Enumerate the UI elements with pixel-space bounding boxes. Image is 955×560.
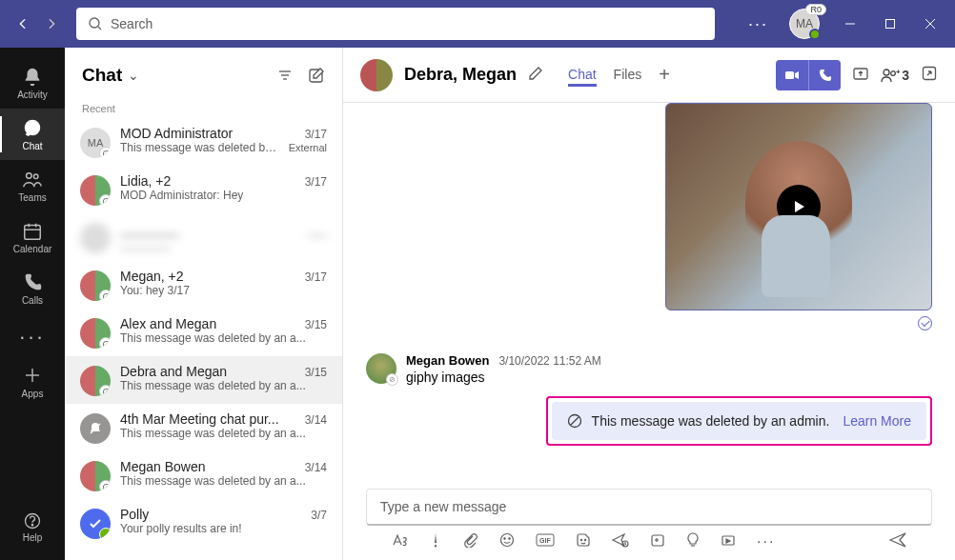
schedule-send-button[interactable] [612,532,629,551]
chat-item-preview: This message was deleted by an a... [120,427,306,440]
rail-chat[interactable]: Chat [0,109,65,160]
svg-point-25 [891,70,896,75]
rail-calendar[interactable]: Calendar [0,211,65,263]
chat-item-preview: This message was deleted by an a... [120,474,306,488]
title-bar: ··· MA R0 [0,0,955,48]
search-input[interactable] [111,16,703,31]
chat-item-avatar [80,413,111,444]
rail-teams[interactable]: Teams [0,160,65,211]
back-button[interactable] [10,10,36,37]
compose-more[interactable]: ··· [757,533,775,550]
play-icon [777,185,821,229]
chat-list-item[interactable]: ⊘Debra and Megan3/15This message was del… [65,356,342,404]
chat-item-name: Polly [120,507,149,522]
chat-item-avatar: ⊘ [80,318,111,349]
status-mini-icon: ⊘ [386,373,398,386]
audio-call-button[interactable] [808,60,841,90]
app-rail: Activity Chat Teams Calendar Calls ··· A… [0,48,65,560]
chat-item-time: 3/17 [305,128,327,141]
tab-files[interactable]: Files [614,67,642,84]
rail-add-app[interactable] [21,364,44,387]
sticker-button[interactable] [576,532,591,551]
svg-rect-9 [25,225,41,239]
compose-toolbar: GIF ··· [366,526,932,554]
close-button[interactable] [913,7,947,41]
apps-button[interactable] [650,532,665,551]
forward-button[interactable] [38,10,65,37]
edit-title-button[interactable] [528,66,543,84]
rail-help[interactable]: Help [0,501,65,552]
search-box[interactable] [76,8,715,40]
chat-item-time: 3/17 [305,270,327,284]
presence-icon [809,29,821,40]
seen-indicator-icon [918,316,932,330]
rail-calls[interactable]: Calls [0,263,65,314]
add-tab-button[interactable]: + [659,64,670,86]
teams-icon [22,170,43,190]
format-button[interactable] [391,532,408,551]
chat-list-item[interactable]: ⊘Alex and Megan3/15This message was dele… [65,309,342,356]
history-nav [10,10,65,37]
chat-item-time: 3/17 [305,175,327,189]
gif-button[interactable]: GIF [536,532,555,551]
rail-more[interactable]: ··· [19,318,45,356]
deleted-message-notice: This message was deleted by an admin. Le… [552,402,926,440]
message-sender: Megan Bowen [406,353,489,368]
chat-item-preview: You: hey 3/17 [120,284,190,297]
me-avatar[interactable]: MA R0 [789,9,820,39]
chat-item-preview: This message was deleted by an a... [120,379,306,392]
chat-list-item[interactable]: Polly3/7Your polly results are in! [65,499,342,547]
open-app-button[interactable] [921,65,938,86]
chevron-down-icon[interactable]: ⌄ [128,68,139,83]
priority-button[interactable] [429,532,442,551]
rail-label: Chat [22,141,42,151]
svg-point-8 [33,174,38,179]
svg-point-24 [884,70,889,75]
svg-point-7 [27,172,31,178]
conversation-tabs: Chat Files + [568,64,670,87]
minimize-button[interactable] [833,7,867,41]
deleted-text: This message was deleted by an admin. [592,413,830,429]
compose-input[interactable]: Type a new message [366,489,932,526]
rail-activity[interactable]: Activity [0,57,65,109]
svg-point-36 [584,539,585,540]
share-screen-button[interactable] [852,65,869,86]
chat-item-tag: External [289,142,327,153]
chat-list-item[interactable]: ⊘Megan Bowen3/14This message was deleted… [65,451,342,499]
section-recent: Recent [65,103,342,118]
filter-button[interactable] [277,67,293,84]
help-icon [23,511,42,530]
chat-list-pane: Chat ⌄ Recent MA⊘MOD Administrator3/17Th… [65,48,343,560]
calendar-icon [22,221,43,242]
chat-list-header: Chat ⌄ [65,48,342,103]
chat-item-name: Megan Bowen [120,459,206,474]
participants-button[interactable]: + 3 [881,68,909,83]
chat-list-item[interactable]: ⊘Lidia, +23/17MOD Administrator: Hey [65,166,342,213]
tab-chat[interactable]: Chat [568,64,597,87]
svg-point-0 [90,18,99,28]
chat-item-avatar: ⊘ [80,461,111,491]
maximize-button[interactable] [873,7,907,41]
emoji-button[interactable] [499,532,515,551]
chat-item-time: 3/14 [305,413,327,427]
video-call-button[interactable] [776,60,808,90]
chat-list-item[interactable]: ⊘Megan, +23/17You: hey 3/17 [65,261,342,309]
attach-button[interactable] [463,532,478,551]
stream-button[interactable] [721,532,736,551]
video-thumbnail[interactable] [665,103,932,310]
more-menu[interactable]: ··· [741,14,776,34]
chat-item-avatar [80,509,111,539]
chat-item-time: 3/14 [305,461,327,474]
chat-list-item[interactable]: ___________________ [65,213,342,261]
rail-apps-label: Apps [22,389,44,399]
send-button[interactable] [888,531,907,552]
chat-list-item[interactable]: 4th Mar Meeting chat pur...3/14This mess… [65,404,342,451]
learn-more-link[interactable]: Learn More [843,413,911,429]
svg-point-32 [509,538,510,539]
chat-list-item[interactable]: MA⊘MOD Administrator3/17This message was… [65,118,342,166]
rail-label: Help [23,532,43,543]
lightbulb-button[interactable] [686,532,700,551]
chat-icon [22,118,43,139]
chat-item-name: ________ [120,221,179,236]
new-chat-button[interactable] [308,67,325,84]
